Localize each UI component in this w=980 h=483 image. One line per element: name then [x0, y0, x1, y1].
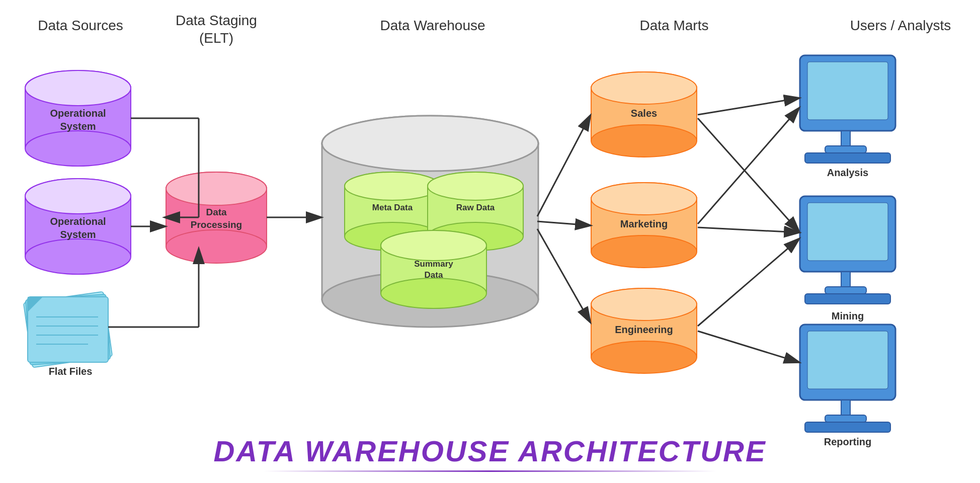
- svg-point-61: [591, 235, 697, 268]
- svg-point-37: [322, 116, 538, 171]
- svg-rect-85: [805, 422, 890, 432]
- svg-rect-83: [841, 400, 850, 415]
- svg-point-43: [428, 172, 523, 200]
- svg-point-57: [591, 72, 697, 104]
- svg-point-36: [322, 272, 538, 327]
- svg-point-15: [25, 239, 131, 274]
- svg-text:Meta Data: Meta Data: [372, 203, 413, 212]
- svg-text:Mining: Mining: [832, 310, 864, 321]
- diagram-container: Data Sources Data Staging (ELT) Data War…: [0, 0, 980, 483]
- svg-text:(ELT): (ELT): [199, 30, 233, 46]
- svg-point-30: [166, 230, 267, 263]
- svg-point-13: [25, 179, 131, 214]
- svg-rect-77: [841, 272, 850, 287]
- svg-text:Sales: Sales: [631, 108, 657, 119]
- svg-line-97: [698, 98, 799, 115]
- svg-point-54: [591, 72, 697, 104]
- svg-line-96: [537, 229, 590, 322]
- svg-rect-44: [428, 186, 523, 236]
- svg-point-7: [25, 70, 131, 106]
- svg-point-16: [25, 179, 131, 214]
- svg-point-31: [166, 172, 267, 205]
- main-title: DATA WAREHOUSE ARCHITECTURE: [213, 434, 766, 468]
- svg-point-38: [345, 172, 440, 200]
- svg-point-34: [322, 116, 538, 171]
- svg-rect-69: [800, 55, 895, 131]
- svg-rect-35: [322, 143, 538, 299]
- svg-rect-8: [25, 88, 131, 148]
- svg-rect-60: [591, 199, 697, 252]
- label-data-sources: Data Sources: [38, 18, 123, 33]
- svg-rect-71: [841, 131, 850, 146]
- svg-point-9: [25, 131, 131, 166]
- svg-text:Summary: Summary: [414, 259, 453, 269]
- svg-text:Engineering: Engineering: [615, 324, 673, 335]
- svg-rect-78: [825, 287, 866, 294]
- svg-line-94: [537, 116, 590, 216]
- svg-text:Data Marts: Data Marts: [640, 18, 709, 33]
- svg-rect-29: [166, 189, 267, 247]
- svg-text:Operational: Operational: [50, 216, 106, 227]
- svg-point-40: [345, 222, 440, 251]
- svg-text:Data: Data: [206, 207, 227, 217]
- svg-rect-79: [805, 294, 890, 304]
- svg-rect-55: [591, 88, 697, 141]
- svg-text:System: System: [60, 229, 96, 240]
- svg-text:Users / Analysts: Users / Analysts: [850, 18, 951, 33]
- svg-text:Marketing: Marketing: [620, 218, 668, 229]
- svg-point-64: [591, 288, 697, 320]
- svg-rect-81: [800, 325, 895, 400]
- svg-line-100: [698, 227, 799, 232]
- svg-rect-73: [805, 153, 890, 163]
- svg-point-28: [166, 172, 267, 205]
- svg-text:Reporting: Reporting: [824, 436, 871, 447]
- svg-point-46: [428, 172, 523, 200]
- svg-point-62: [591, 183, 697, 215]
- svg-point-48: [381, 230, 486, 261]
- svg-marker-22: [28, 297, 43, 312]
- svg-point-67: [591, 288, 697, 320]
- svg-point-45: [428, 222, 523, 251]
- svg-rect-65: [591, 304, 697, 357]
- svg-rect-75: [800, 196, 895, 272]
- svg-point-41: [345, 172, 440, 200]
- svg-rect-39: [345, 186, 440, 236]
- svg-text:Data Staging: Data Staging: [176, 13, 257, 28]
- svg-rect-76: [807, 203, 888, 261]
- svg-rect-49: [381, 246, 486, 293]
- svg-text:Processing: Processing: [191, 219, 242, 230]
- svg-rect-70: [807, 62, 888, 120]
- svg-rect-14: [25, 196, 131, 257]
- svg-rect-20: [26, 294, 111, 365]
- svg-text:Analysis: Analysis: [827, 167, 868, 178]
- svg-text:Data: Data: [425, 270, 443, 280]
- svg-point-56: [591, 125, 697, 157]
- svg-point-59: [591, 183, 697, 215]
- svg-line-98: [698, 118, 799, 231]
- svg-text:Operational: Operational: [50, 108, 106, 119]
- svg-line-99: [698, 108, 799, 224]
- svg-line-101: [698, 239, 799, 326]
- title-underline: [264, 470, 716, 472]
- svg-point-50: [381, 278, 486, 308]
- svg-rect-19: [24, 291, 113, 367]
- svg-text:Flat Files: Flat Files: [49, 366, 93, 377]
- svg-text:System: System: [60, 121, 96, 132]
- svg-point-10: [25, 70, 131, 106]
- svg-line-102: [698, 331, 799, 362]
- svg-text:Raw Data: Raw Data: [456, 203, 495, 212]
- svg-point-51: [381, 230, 486, 261]
- svg-rect-84: [825, 415, 866, 422]
- svg-rect-82: [807, 331, 888, 389]
- svg-point-66: [591, 341, 697, 373]
- svg-line-95: [537, 221, 590, 225]
- svg-rect-72: [825, 146, 866, 153]
- svg-text:Data Warehouse: Data Warehouse: [380, 18, 485, 33]
- svg-rect-21: [28, 297, 108, 362]
